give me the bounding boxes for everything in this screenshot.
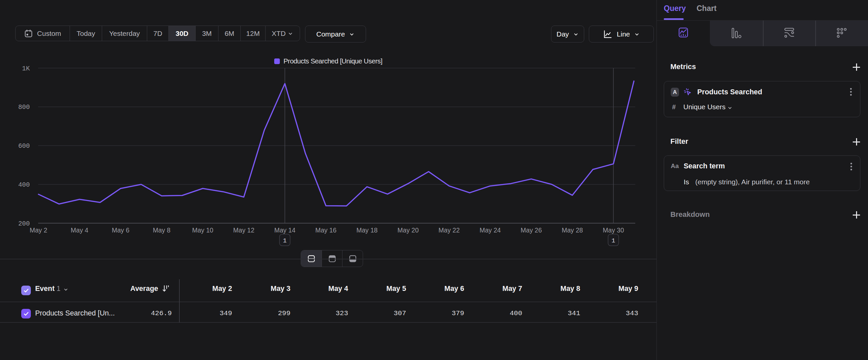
svg-text:May 30: May 30 — [603, 226, 624, 234]
svg-text:May 18: May 18 — [356, 226, 378, 234]
svg-text:1: 1 — [283, 237, 286, 244]
svg-text:400: 400 — [18, 181, 30, 189]
svg-text:May 16: May 16 — [315, 226, 337, 234]
svg-text:May 2: May 2 — [30, 226, 47, 234]
svg-text:May 12: May 12 — [233, 226, 254, 234]
svg-text:May 28: May 28 — [562, 226, 583, 234]
svg-text:May 10: May 10 — [192, 226, 213, 234]
svg-text:600: 600 — [18, 142, 30, 150]
svg-text:1K: 1K — [22, 65, 30, 73]
svg-text:200: 200 — [18, 220, 30, 227]
svg-text:1: 1 — [611, 237, 615, 244]
svg-text:May 22: May 22 — [439, 226, 460, 234]
svg-text:May 14: May 14 — [274, 226, 296, 234]
svg-text:800: 800 — [18, 104, 30, 111]
svg-text:May 6: May 6 — [112, 226, 129, 234]
svg-text:May 4: May 4 — [71, 226, 88, 234]
svg-text:May 20: May 20 — [398, 226, 419, 234]
svg-text:May 24: May 24 — [480, 226, 501, 234]
svg-text:May 26: May 26 — [521, 226, 542, 234]
svg-text:May 8: May 8 — [153, 226, 170, 234]
